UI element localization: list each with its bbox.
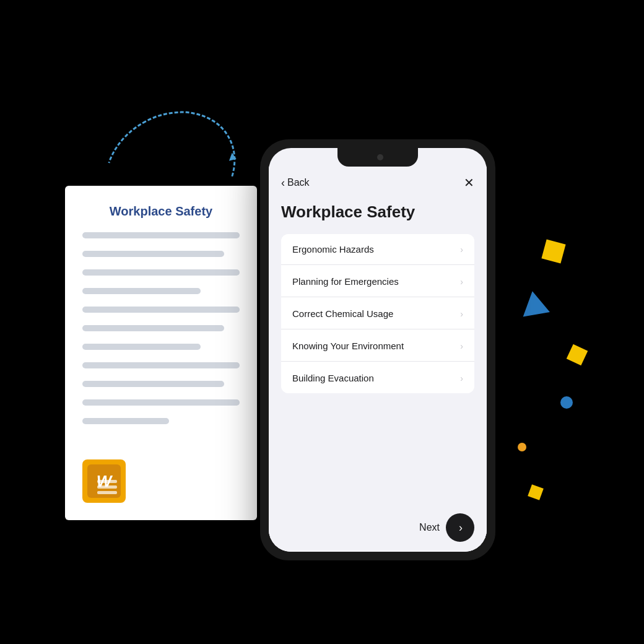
scene: Workplace Safety W <box>0 0 644 644</box>
word-line <box>82 307 240 313</box>
nav-bar: ‹ Back ✕ <box>269 167 487 196</box>
back-button[interactable]: ‹ Back <box>281 176 310 189</box>
next-button[interactable]: › <box>446 513 474 542</box>
word-line <box>82 269 240 276</box>
chevron-right-icon: › <box>460 341 463 351</box>
menu-item-label: Correct Chemical Usage <box>292 308 393 319</box>
word-doc-title: Workplace Safety <box>82 204 240 219</box>
close-button[interactable]: ✕ <box>464 175 474 190</box>
word-line <box>82 381 224 387</box>
word-line <box>82 399 240 406</box>
word-line <box>82 325 224 331</box>
menu-item-label: Ergonomic Hazards <box>292 244 374 255</box>
chevron-right-icon: › <box>460 245 463 255</box>
menu-item-knowing-environment[interactable]: Knowing Your Environment › <box>281 331 474 362</box>
back-chevron-icon: ‹ <box>281 176 285 189</box>
yellow-diamond-deco-1 <box>541 239 565 263</box>
word-icon-lines <box>97 480 117 494</box>
word-line <box>82 232 240 238</box>
chevron-right-icon: › <box>460 277 463 287</box>
word-line <box>82 344 201 350</box>
phone-camera <box>377 154 383 160</box>
back-label: Back <box>287 177 310 188</box>
menu-item-building-evacuation[interactable]: Building Evacuation › <box>281 363 474 393</box>
blue-dot-deco-2 <box>560 396 573 409</box>
orange-dot-deco <box>518 443 526 451</box>
chevron-right-icon: › <box>460 373 463 383</box>
screen-body: Workplace Safety Ergonomic Hazards › Pla… <box>269 196 487 503</box>
yellow-diamond-deco-2 <box>567 344 588 366</box>
screen-content: ‹ Back ✕ Workplace Safety Ergonomic Haza… <box>269 167 487 552</box>
phone-screen: ‹ Back ✕ Workplace Safety Ergonomic Haza… <box>269 148 487 552</box>
word-line <box>82 418 169 424</box>
menu-item-chemical-usage[interactable]: Correct Chemical Usage › <box>281 298 474 329</box>
blue-triangle-deco <box>519 289 550 316</box>
next-label: Next <box>419 522 440 533</box>
menu-item-label: Knowing Your Environment <box>292 341 404 351</box>
screen-footer: Next › <box>269 503 487 552</box>
chevron-right-icon: › <box>460 309 463 319</box>
word-line <box>82 288 201 294</box>
word-document: Workplace Safety W <box>65 186 257 520</box>
phone-device: ‹ Back ✕ Workplace Safety Ergonomic Haza… <box>260 139 495 560</box>
menu-item-label: Planning for Emergencies <box>292 276 399 287</box>
menu-item-label: Building Evacuation <box>292 373 374 383</box>
next-arrow-icon: › <box>459 521 463 534</box>
menu-list: Ergonomic Hazards › Planning for Emergen… <box>281 234 474 393</box>
yellow-diamond-deco-3 <box>528 484 544 500</box>
word-doc-lines <box>82 232 240 430</box>
word-line <box>82 251 224 257</box>
menu-item-ergonomic-hazards[interactable]: Ergonomic Hazards › <box>281 234 474 265</box>
word-line <box>82 362 240 368</box>
menu-item-planning-emergencies[interactable]: Planning for Emergencies › <box>281 266 474 297</box>
word-icon: W <box>82 459 126 503</box>
screen-title: Workplace Safety <box>281 202 474 222</box>
phone-notch <box>337 148 418 167</box>
